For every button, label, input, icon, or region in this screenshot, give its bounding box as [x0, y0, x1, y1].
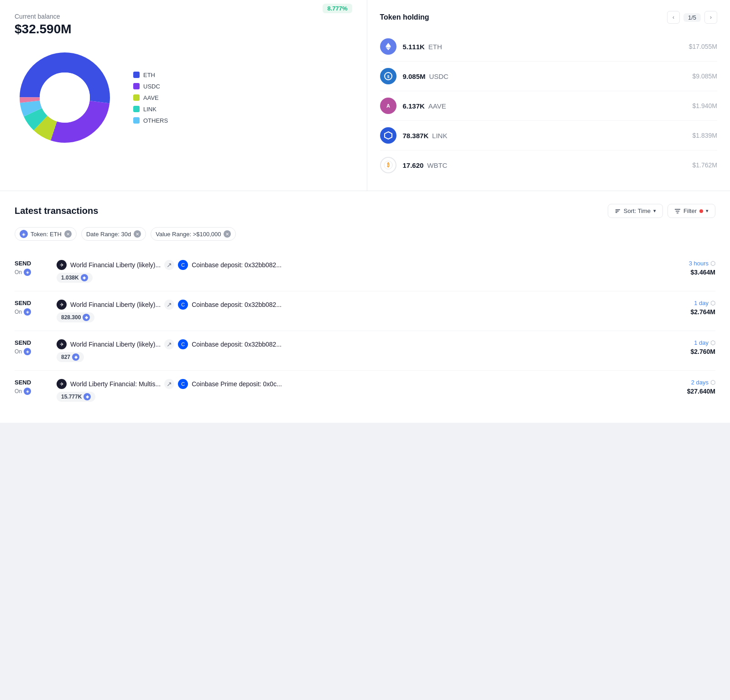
- sort-label: Sort: Time: [624, 207, 651, 214]
- token-item-eth: 5.111K ETH $17.055M: [380, 32, 718, 62]
- arrow-icon-1: ↗: [164, 300, 174, 310]
- legend-eth: ETH: [133, 72, 168, 78]
- tx-middle-1: ✈ World Financial Liberty (likely)... ↗ …: [51, 300, 661, 322]
- balance-amount: $32.590M: [15, 22, 72, 36]
- tx-type-2: SEND: [15, 339, 51, 346]
- token-info-eth: 5.111K ETH: [403, 43, 689, 51]
- header-actions: Sort: Time ▾ Filter ▾: [608, 204, 715, 218]
- tx-badge-eth-2: ◈: [72, 353, 79, 361]
- ext-link-3[interactable]: ⬡: [710, 379, 715, 386]
- tx-time-2: 1 day ⬡: [661, 339, 715, 346]
- table-row: SEND On ◈ ✈ World Liberty Financial: Mul…: [15, 371, 715, 410]
- tx-time-0: 3 hours ⬡: [661, 260, 715, 267]
- tx-type-col-0: SEND On ◈: [15, 260, 51, 276]
- token-item-usdc: $ 9.085M USDC $9.085M: [380, 62, 718, 91]
- tx-eth-icon-1: ◈: [24, 308, 31, 316]
- svg-text:$: $: [387, 74, 389, 79]
- tx-amount-badge-1: 828.300 ◈: [57, 312, 94, 322]
- filter-button[interactable]: Filter ▾: [667, 204, 715, 218]
- filter-label: Filter: [683, 207, 697, 214]
- token-info-link: 78.387K LINK: [403, 132, 693, 140]
- token-item-wbtc: ₿ 17.620 WBTC $1.762M: [380, 150, 718, 180]
- transactions-section: Latest transactions Sort: Time ▾ Filter …: [0, 191, 730, 423]
- svg-text:₿: ₿: [387, 162, 390, 168]
- transactions-title: Latest transactions: [15, 206, 98, 216]
- next-page-button[interactable]: ›: [704, 11, 717, 24]
- filter-eth-icon: ◈: [20, 230, 28, 238]
- balance-badge: 8.777%: [323, 4, 352, 13]
- token-icon-wbtc: ₿: [380, 157, 396, 173]
- tx-right-1: 1 day ⬡ $2.764M: [661, 300, 715, 316]
- tx-addresses-1: ✈ World Financial Liberty (likely)... ↗ …: [57, 300, 655, 310]
- tx-to-0: Coinbase deposit: 0x32bb082...: [192, 261, 282, 269]
- tx-middle-3: ✈ World Liberty Financial: Multis... ↗ C…: [51, 379, 661, 402]
- tx-type-col-1: SEND On ◈: [15, 300, 51, 316]
- table-row: SEND On ◈ ✈ World Financial Liberty (lik…: [15, 252, 715, 291]
- tx-time-1: 1 day ⬡: [661, 300, 715, 306]
- tx-badge-eth-3: ◈: [83, 393, 91, 400]
- arrow-icon-2: ↗: [164, 339, 174, 349]
- tx-middle-2: ✈ World Financial Liberty (likely)... ↗ …: [51, 339, 661, 362]
- tx-usd-3: $27.640M: [661, 388, 715, 395]
- tx-type-col-3: SEND On ◈: [15, 379, 51, 395]
- ext-link-1[interactable]: ⬡: [710, 300, 715, 306]
- token-info-aave: 6.137K AAVE: [403, 102, 693, 110]
- token-panel: Token holding ‹ 1/5 › 5.111K ETH $17.055…: [367, 0, 730, 191]
- tx-addresses-3: ✈ World Liberty Financial: Multis... ↗ C…: [57, 379, 655, 389]
- token-icon-aave: A: [380, 98, 396, 114]
- filter-token-close[interactable]: ✕: [64, 230, 72, 238]
- token-item-link: 78.387K LINK $1.839M: [380, 121, 718, 150]
- svg-text:A: A: [386, 103, 390, 109]
- coinbase-icon-1: C: [178, 300, 188, 310]
- token-icon-eth: [380, 38, 396, 55]
- pagination: ‹ 1/5 ›: [667, 11, 717, 24]
- active-filters: ◈ Token: ETH ✕ Date Range: 30d ✕ Value R…: [15, 227, 715, 241]
- tx-addresses-0: ✈ World Financial Liberty (likely)... ↗ …: [57, 260, 655, 270]
- tx-usd-2: $2.760M: [661, 348, 715, 355]
- tx-time-3: 2 days ⬡: [661, 379, 715, 386]
- sort-chevron-icon: ▾: [653, 208, 656, 214]
- token-info-usdc: 9.085M USDC: [403, 73, 693, 80]
- legend-dot-link: [133, 106, 140, 112]
- donut-chart: [15, 47, 115, 148]
- tx-from-1: World Financial Liberty (likely)...: [70, 301, 161, 308]
- ext-link-2[interactable]: ⬡: [710, 339, 715, 346]
- filter-chevron-icon: ▾: [706, 208, 709, 214]
- legend-dot-eth: [133, 72, 140, 78]
- tx-type-0: SEND: [15, 260, 51, 267]
- table-row: SEND On ◈ ✈ World Financial Liberty (lik…: [15, 291, 715, 331]
- filter-icon: [674, 208, 681, 214]
- coinbase-icon-0: C: [178, 260, 188, 270]
- tx-amount-badge-0: 1.038K ◈: [57, 273, 93, 283]
- tx-usd-0: $3.464M: [661, 269, 715, 276]
- filter-date-close[interactable]: ✕: [134, 230, 141, 238]
- tx-badge-eth-0: ◈: [81, 274, 88, 281]
- table-row: SEND On ◈ ✈ World Financial Liberty (lik…: [15, 331, 715, 371]
- tx-right-3: 2 days ⬡ $27.640M: [661, 379, 715, 395]
- filter-date-label: Date Range: 30d: [86, 231, 131, 238]
- page-indicator: 1/5: [683, 13, 701, 22]
- filter-value-label: Value Range: >$100,000: [156, 231, 221, 238]
- tx-eth-icon-3: ◈: [24, 388, 31, 395]
- tx-on-1: On ◈: [15, 308, 51, 316]
- legend-usdc: USDC: [133, 83, 168, 90]
- svg-marker-7: [386, 43, 391, 48]
- token-info-wbtc: 17.620 WBTC: [403, 161, 693, 169]
- wfl-icon-2: ✈: [57, 339, 67, 349]
- tx-middle-0: ✈ World Financial Liberty (likely)... ↗ …: [51, 260, 661, 283]
- tx-on-2: On ◈: [15, 348, 51, 355]
- filter-token-label: Token: ETH: [31, 231, 62, 238]
- tx-right-2: 1 day ⬡ $2.760M: [661, 339, 715, 355]
- sort-icon: [615, 208, 621, 214]
- legend-dot-others: [133, 117, 140, 124]
- ext-link-0[interactable]: ⬡: [710, 260, 715, 267]
- coinbase-icon-3: C: [178, 379, 188, 389]
- tx-badge-eth-1: ◈: [83, 314, 90, 321]
- tx-from-2: World Financial Liberty (likely)...: [70, 341, 161, 348]
- wfl-icon-3: ✈: [57, 379, 67, 389]
- filter-value-close[interactable]: ✕: [224, 230, 231, 238]
- tx-type-col-2: SEND On ◈: [15, 339, 51, 355]
- prev-page-button[interactable]: ‹: [667, 11, 680, 24]
- tx-from-0: World Financial Liberty (likely)...: [70, 261, 161, 269]
- sort-button[interactable]: Sort: Time ▾: [608, 204, 663, 218]
